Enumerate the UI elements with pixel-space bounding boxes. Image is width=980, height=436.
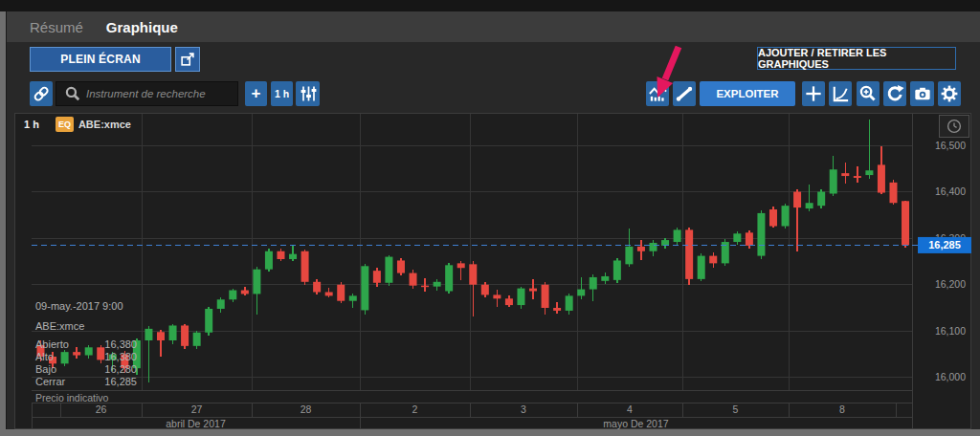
candle-body <box>301 251 309 282</box>
candle-body <box>733 233 741 242</box>
candle-body <box>157 332 165 340</box>
candle-body <box>361 266 368 310</box>
x-axis-month-label: abril De 2017 <box>166 418 226 429</box>
candle-body <box>746 232 753 246</box>
candle-body <box>217 299 225 309</box>
tooltip-symbol: ABE:xmce <box>35 320 137 332</box>
candle-body <box>469 264 477 284</box>
candle-body <box>769 209 777 226</box>
refresh-icon <box>884 83 905 104</box>
candle-body <box>590 277 597 290</box>
low-value: 16,280 <box>104 363 137 375</box>
candle-body <box>241 291 249 294</box>
candle-body <box>253 270 260 294</box>
candle-body <box>685 229 693 278</box>
low-label: Bajo <box>35 363 56 375</box>
tab-resume[interactable]: Résumé <box>30 19 83 35</box>
search-icon <box>63 84 82 103</box>
x-axis-day-label: 5 <box>733 403 739 415</box>
candle-body <box>878 164 885 192</box>
zoom-in-button[interactable] <box>857 81 880 106</box>
candle-body <box>782 206 790 226</box>
trading-app-panel: Résumé Graphique PLEIN ÉCRAN AJOUTER / R… <box>6 11 980 429</box>
candle-body <box>397 260 405 272</box>
interval-button[interactable]: 1 h <box>271 81 293 106</box>
external-link-icon <box>179 51 196 68</box>
candle-body <box>757 213 765 256</box>
fullscreen-button[interactable]: PLEIN ÉCRAN <box>30 47 171 72</box>
candle-body <box>421 286 429 288</box>
interval-label: 1 h <box>275 88 289 99</box>
candle-body <box>637 247 645 251</box>
exploiter-button[interactable]: EXPLOITER <box>700 81 795 106</box>
x-axis-month-label: mayo De 2017 <box>603 418 668 429</box>
candle-body <box>865 170 873 175</box>
candle-body <box>373 271 381 283</box>
drawing-tool-button[interactable] <box>673 81 696 106</box>
x-axis-day-label: 26 <box>96 403 107 415</box>
high-value: 16,380 <box>104 351 137 362</box>
plus-icon: + <box>252 84 261 103</box>
y-axis-label: 16,400 <box>935 185 966 197</box>
tooltip-row-high: Alto 16,380 <box>35 351 137 362</box>
candle-body <box>325 292 333 295</box>
y-axis-label: 16,100 <box>935 325 966 337</box>
add-instrument-button[interactable]: + <box>245 81 267 106</box>
candle-body <box>349 295 357 300</box>
tooltip-row-low: Bajo 16,280 <box>35 363 137 375</box>
window-top-band <box>0 0 980 11</box>
search-input[interactable] <box>86 88 230 99</box>
add-remove-charts-button[interactable]: AJOUTER / RETIRER LES GRAPHIQUES <box>757 47 956 70</box>
candle-body <box>229 291 236 300</box>
open-value: 16,380 <box>104 338 137 350</box>
candle-body <box>481 285 489 295</box>
candle-body <box>806 203 813 208</box>
snapshot-button[interactable] <box>910 81 934 106</box>
candle-body <box>889 183 897 203</box>
x-axis-day-label: 3 <box>521 403 526 415</box>
line-chart-icon <box>647 83 668 104</box>
open-in-new-window-button[interactable] <box>175 47 200 72</box>
candle-body <box>410 273 417 286</box>
candle-body <box>205 309 212 333</box>
chart-legend: 1 h EQ ABE:xmce <box>24 117 131 132</box>
refresh-button[interactable] <box>883 81 906 106</box>
equity-type-badge: EQ <box>56 117 74 132</box>
indicator-settings-button[interactable] <box>296 81 320 106</box>
last-price-badge-text: 16,285 <box>928 239 961 251</box>
crosshair-icon <box>803 83 824 104</box>
chart-outer-border <box>15 114 971 429</box>
candle-body <box>902 201 909 245</box>
candle-body <box>181 325 189 345</box>
crosshair-button[interactable] <box>802 81 825 106</box>
candle-body <box>457 263 465 268</box>
axis-curve-icon <box>830 83 851 104</box>
x-axis-day-label: 27 <box>191 403 203 415</box>
candle-body <box>193 333 201 346</box>
candle-body <box>625 247 633 264</box>
candle-body <box>709 256 717 264</box>
candle-body <box>854 176 861 178</box>
session-clock-button[interactable] <box>939 115 969 138</box>
settings-button[interactable] <box>938 81 961 106</box>
y-axis-label: 16,500 <box>935 140 966 151</box>
candlestick-chart[interactable]: 16,50016,40016,30016,20016,10016,00016,2… <box>14 113 971 429</box>
candle-body <box>577 290 585 296</box>
legend-interval: 1 h <box>24 119 39 130</box>
candle-body <box>145 329 152 340</box>
chart-type-button[interactable] <box>646 81 669 106</box>
candle-body <box>674 229 681 242</box>
candle-body <box>445 265 453 291</box>
tab-graphique[interactable]: Graphique <box>106 19 178 35</box>
tooltip-date: 09-may.-2017 9:00 <box>35 300 137 312</box>
scale-button[interactable] <box>829 81 852 106</box>
screenshot-root: { "window": { "tab_resume": "Résumé", "t… <box>0 0 980 436</box>
candle-body <box>817 192 825 207</box>
candle-body <box>277 251 284 259</box>
legend-symbol: ABE:xmce <box>78 119 131 130</box>
gear-icon <box>939 83 960 104</box>
clock-icon <box>946 118 963 135</box>
link-charts-button[interactable] <box>30 81 53 106</box>
candle-body <box>830 169 837 193</box>
trend-line-icon <box>674 83 695 104</box>
